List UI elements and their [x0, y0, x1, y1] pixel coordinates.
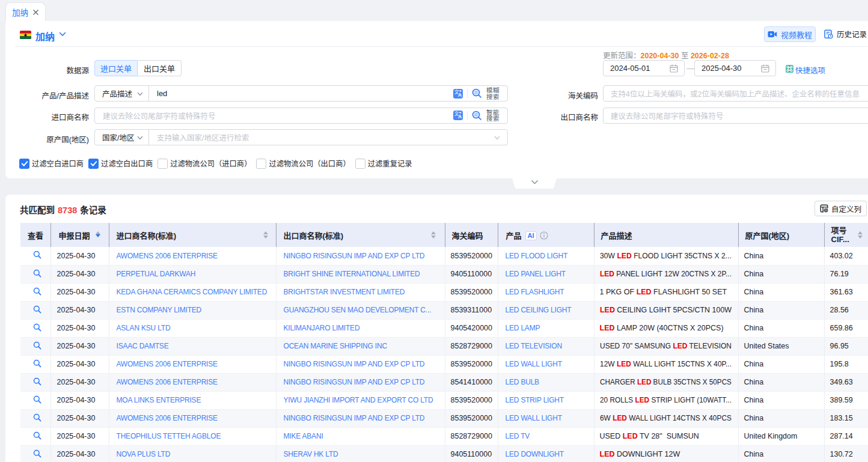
svg-text:A: A — [458, 114, 462, 120]
svg-text:A: A — [458, 92, 462, 98]
